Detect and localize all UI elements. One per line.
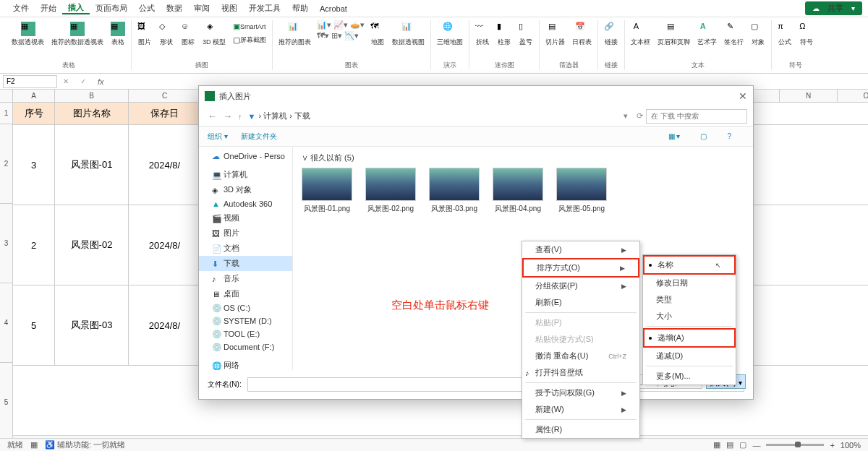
object-button[interactable]: ▢对象	[749, 20, 767, 48]
refresh-icon[interactable]: ⟳	[637, 111, 643, 121]
sort-date[interactable]: 修改日期	[643, 275, 736, 291]
menu-formulas[interactable]: 公式	[133, 3, 161, 14]
ctx-view[interactable]: 查看(V)▶	[522, 241, 639, 258]
sidebar-downloads[interactable]: ⬇下载	[199, 256, 292, 271]
3dmodel-button[interactable]: ◈3D 模型	[201, 20, 227, 48]
map-button[interactable]: 🗺地图	[369, 20, 386, 48]
file-item[interactable]: 风景图-03.png	[429, 168, 480, 214]
fx-icon[interactable]: fx	[98, 77, 104, 86]
sidebar-documents[interactable]: 📄文档	[199, 241, 292, 256]
sort-type[interactable]: 类型	[643, 291, 736, 308]
sidebar-3d[interactable]: ◈3D 对象	[199, 182, 292, 197]
help-icon[interactable]: ?	[727, 132, 731, 140]
header-seq[interactable]: 序号	[13, 103, 55, 124]
3dmap-button[interactable]: 🌐三维地图	[435, 20, 464, 48]
menu-insert[interactable]: 插入	[62, 2, 90, 14]
sparkline-line[interactable]: 〰折线	[474, 20, 491, 48]
view-normal-icon[interactable]: ▦	[713, 440, 720, 450]
pivot-chart-button[interactable]: 📊数据透视图	[391, 20, 426, 48]
close-icon[interactable]: ✕	[739, 90, 747, 102]
header-name[interactable]: 图片名称	[55, 103, 129, 124]
breadcrumb[interactable]: › 计算机 › 下载	[258, 111, 618, 121]
table-button[interactable]: ▦表格	[109, 20, 127, 48]
ctx-properties[interactable]: 属性(R)	[522, 421, 639, 438]
preview-icon[interactable]: ▢	[700, 132, 707, 140]
file-item[interactable]: 风景图-05.png	[556, 168, 607, 214]
menu-help[interactable]: 帮助	[286, 3, 314, 14]
header-footer-button[interactable]: ▤页眉和页脚	[656, 20, 692, 48]
ctx-group[interactable]: 分组依据(P)▶	[522, 278, 639, 294]
sort-asc[interactable]: 递增(A)	[643, 328, 736, 348]
ctx-access[interactable]: 授予访问权限(G)▶	[522, 385, 639, 401]
signature-button[interactable]: ✎签名行	[723, 20, 745, 48]
menu-layout[interactable]: 页面布局	[90, 3, 133, 14]
view-icon[interactable]: ▦ ▾	[668, 132, 681, 140]
sidebar-onedrive[interactable]: ☁OneDrive - Perso	[199, 150, 292, 163]
file-item[interactable]: 风景图-01.png	[302, 168, 352, 214]
organize-button[interactable]: 组织 ▾	[208, 132, 228, 142]
rec-charts-button[interactable]: 📊推荐的图表	[277, 20, 312, 48]
search-input[interactable]	[646, 109, 747, 124]
menu-view[interactable]: 视图	[216, 3, 243, 14]
chart-type-icon-2[interactable]: 🗺▾ ⊞▾ 📉▾	[317, 31, 365, 40]
recommended-pivot-button[interactable]: ▦推荐的数据透视表	[50, 20, 105, 48]
header-date[interactable]: 保存日	[129, 103, 201, 124]
nav-back-icon[interactable]: ←	[208, 111, 217, 121]
file-item[interactable]: 风景图-04.png	[493, 168, 543, 214]
shapes-button[interactable]: ◇形状	[158, 20, 175, 48]
equation-button[interactable]: π公式	[776, 20, 793, 48]
menu-acrobat[interactable]: Acrobat	[314, 4, 353, 13]
file-item[interactable]: 风景图-02.png	[365, 168, 416, 214]
sort-name[interactable]: 名称↖	[643, 255, 736, 275]
sidebar-disk-e[interactable]: 💿TOOL (E:)	[199, 327, 292, 340]
formula-enter-icon[interactable]: ✓	[80, 77, 86, 85]
sidebar-disk-f[interactable]: 💿Document (F:)	[199, 340, 292, 353]
screenshot-button[interactable]: ▢屏幕截图	[231, 34, 268, 46]
pivot-table-button[interactable]: ▦数据透视表	[10, 20, 46, 48]
nav-up-icon[interactable]: ↑	[238, 112, 242, 121]
chart-type-icon[interactable]: 📊▾ 📈▾ 🥧▾	[317, 20, 365, 30]
timeline-button[interactable]: 📅日程表	[571, 20, 593, 48]
nav-fwd-icon[interactable]: →	[223, 111, 232, 121]
smartart-button[interactable]: ▣SmartArt	[231, 20, 268, 33]
sort-more[interactable]: 更多(M)...	[643, 368, 736, 385]
sidebar-video[interactable]: 🎬视频	[199, 210, 292, 226]
menu-dev[interactable]: 开发工具	[243, 3, 286, 14]
sidebar-music[interactable]: ♪音乐	[199, 271, 292, 286]
group-header[interactable]: ∨ 很久以前 (5)	[302, 153, 744, 163]
new-folder-button[interactable]: 新建文件夹	[241, 132, 277, 142]
menu-review[interactable]: 审阅	[188, 3, 216, 14]
sidebar-computer[interactable]: 💻计算机	[199, 167, 292, 182]
share-button[interactable]: ☁ 共享 ▾	[805, 1, 862, 15]
sort-size[interactable]: 大小	[643, 308, 736, 325]
sidebar-pictures[interactable]: 🖼图片	[199, 226, 292, 241]
zoom-level[interactable]: 100%	[841, 441, 861, 450]
sparkline-column[interactable]: ▮柱形	[495, 20, 513, 48]
picture-button[interactable]: 🖼图片	[136, 20, 153, 48]
sparkline-winloss[interactable]: ▯盈亏	[517, 20, 535, 48]
menu-file[interactable]: 文件	[7, 3, 35, 14]
ctx-undo[interactable]: 撤消 重命名(U)Ctrl+Z	[522, 348, 639, 364]
ctx-sort[interactable]: 排序方式(O)▶	[522, 258, 639, 278]
menu-home[interactable]: 开始	[35, 3, 62, 14]
ctx-new[interactable]: 新建(W)▶	[522, 401, 639, 418]
wordart-button[interactable]: A艺术字	[696, 20, 718, 48]
view-break-icon[interactable]: ▢	[739, 440, 746, 450]
sort-desc[interactable]: 递减(D)	[643, 348, 736, 364]
slicer-button[interactable]: ▤切片器	[544, 20, 566, 48]
ctx-refresh[interactable]: 刷新(E)	[522, 294, 639, 311]
link-button[interactable]: 🔗链接	[603, 20, 620, 48]
symbol-button[interactable]: Ω符号	[798, 20, 815, 48]
sidebar-disk-d[interactable]: 💿SYSTEM (D:)	[199, 314, 292, 327]
sidebar-disk-c[interactable]: 💿OS (C:)	[199, 301, 292, 314]
zoom-slider[interactable]	[766, 444, 824, 446]
menu-data[interactable]: 数据	[161, 3, 188, 14]
formula-cancel-icon[interactable]: ✕	[63, 77, 69, 85]
ctx-douyin[interactable]: ♪打开抖音壁纸	[522, 364, 639, 381]
name-box[interactable]	[3, 75, 57, 88]
sidebar-autodesk[interactable]: ▲Autodesk 360	[199, 197, 292, 210]
sidebar-network[interactable]: 🌐网络	[199, 358, 292, 370]
view-layout-icon[interactable]: ▤	[726, 440, 733, 450]
textbox-button[interactable]: A文本框	[629, 20, 652, 48]
icons-button[interactable]: ☺图标	[179, 20, 197, 48]
